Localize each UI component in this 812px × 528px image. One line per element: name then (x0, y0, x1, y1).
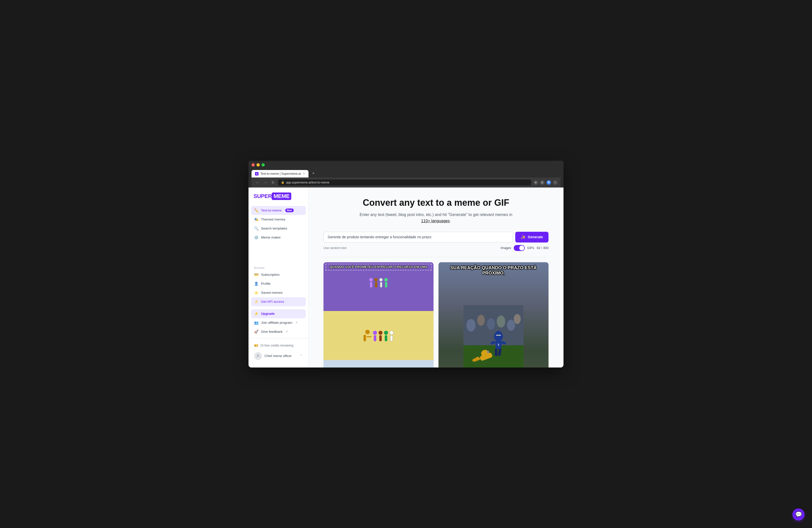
football-scene-svg: 5 (464, 305, 523, 367)
meme-card-1[interactable]: QUANDO VOCÊ PROMETEU ENTREGAR O RECURSO … (323, 262, 434, 367)
figure-green (384, 278, 388, 288)
svg-rect-7 (464, 345, 523, 367)
url-text: app.supermeme.ai/text-to-meme (286, 181, 329, 184)
credits-label: 15 free credits remaining (260, 344, 293, 347)
credits-count: 62 / 300 (537, 246, 549, 250)
credits-row: 🎫 15 free credits remaining (251, 341, 306, 350)
address-bar-row: ← → ↻ 🔒 app.supermeme.ai/text-to-meme ★ … (251, 177, 561, 188)
svg-point-15 (495, 331, 502, 337)
user-row[interactable]: Chief meme officer ⌃ (251, 350, 306, 363)
options-row: Use random text Images GIFs 62 / 300 (323, 245, 549, 251)
external-link-icon: ↗ (295, 321, 298, 324)
give-feedback-icon: 🚀 (254, 329, 259, 334)
meme1-bot-panel: SEMANA E SUA EQUIPE NÃO RESPONDE AS MENS… (323, 360, 434, 367)
svg-point-13 (514, 314, 521, 324)
logo-area: SUPER MEME (248, 192, 308, 205)
sidebar-item-subscription[interactable]: 💳 Subscription (251, 270, 306, 279)
generate-button-icon: ✨ (521, 235, 526, 239)
toggle-knob (519, 246, 524, 250)
profile-avatar-icon[interactable]: B (547, 180, 551, 185)
meme-card-2[interactable]: SUA REAÇÃO QUANDO O PRAZO ESTÁ PRÓXIMO, (438, 262, 549, 367)
generate-button[interactable]: ✨ Generate (515, 232, 549, 243)
sidebar-item-give-feedback[interactable]: 🚀 Give feedback ↗ (251, 327, 306, 336)
nav-section: ✏️ Text-to-meme New 🎭 Themed memes 🔍 Sea… (248, 205, 308, 263)
use-random-link[interactable]: Use random text (323, 246, 347, 250)
maximize-traffic-light[interactable] (261, 163, 265, 166)
svg-point-12 (507, 320, 515, 331)
meme-grid: QUANDO VOCÊ PROMETEU ENTREGAR O RECURSO … (323, 257, 549, 367)
close-traffic-light[interactable] (251, 163, 255, 166)
upgrade-section: ⚡ Upgrade 👥 Join affiliate program ↗ 🚀 G… (248, 307, 308, 338)
figure-green2 (384, 331, 388, 341)
api-access-icon: ⚡ (254, 299, 259, 304)
meme1-panels: QUANDO VOCÊ PROMETEU ENTREGAR O RECURSO … (323, 262, 434, 367)
languages-link[interactable]: 110+ languages (421, 219, 450, 223)
sidebar: SUPER MEME ✏️ Text-to-meme New 🎭 Themed … (248, 188, 308, 367)
credits-icon: 🎫 (254, 343, 258, 348)
extensions-icon[interactable]: ⊞ (540, 180, 545, 185)
saved-memes-icon: ⭐ (254, 291, 259, 295)
logo-super: SUPER (253, 193, 272, 200)
football-meme: SUA REAÇÃO QUANDO O PRAZO ESTÁ PRÓXIMO, (438, 262, 549, 367)
meme-text-input[interactable] (323, 232, 513, 243)
tab-close-button[interactable]: ✕ (303, 172, 305, 175)
football-action-area: 5 (438, 278, 549, 367)
figure-white (379, 278, 383, 288)
sidebar-item-saved-memes[interactable]: ⭐ Saved memes (251, 288, 306, 297)
meme1-top-text: QUANDO VOCÊ PROMETEU ENTREGAR O RECURSO … (325, 264, 432, 270)
new-tab-button[interactable]: + (309, 169, 317, 177)
traffic-lights (251, 163, 561, 166)
profile-icon: 👤 (254, 281, 259, 286)
images-gifs-toggle[interactable] (514, 245, 525, 251)
back-button[interactable]: ← (255, 180, 260, 185)
tab-favicon: S (255, 172, 259, 176)
svg-point-8 (466, 319, 476, 332)
feedback-external-icon: ↗ (286, 330, 288, 333)
active-tab[interactable]: S Text-to-meme | Supermeme.ai ✕ (251, 170, 308, 177)
sidebar-item-upgrade[interactable]: ⚡ Upgrade (251, 309, 306, 318)
sidebar-item-join-affiliate[interactable]: 👥 Join affiliate program ↗ (251, 318, 306, 327)
logo: SUPER MEME (253, 192, 303, 200)
forward-button[interactable]: → (262, 180, 268, 185)
sidebar-item-meme-maker-label: Meme maker (261, 235, 281, 239)
user-name: Chief meme officer (264, 354, 292, 358)
bookmark-icon[interactable]: ★ (534, 180, 538, 185)
minimize-traffic-light[interactable] (257, 163, 260, 166)
meme1-mid-panel (323, 311, 434, 360)
meme-image-2: SUA REAÇÃO QUANDO O PRAZO ESTÁ PRÓXIMO, (438, 262, 549, 367)
meme1-top-panel: QUANDO VOCÊ PROMETEU ENTREGAR O RECURSO … (323, 262, 434, 311)
menu-icon[interactable]: ⋮ (553, 180, 557, 185)
address-bar[interactable]: 🔒 app.supermeme.ai/text-to-meme (278, 179, 531, 186)
svg-point-0 (257, 354, 259, 356)
sidebar-item-profile[interactable]: 👤 Profile (251, 279, 306, 288)
figure-brown2 (378, 331, 382, 341)
svg-text:5: 5 (498, 343, 499, 346)
sidebar-item-text-to-meme[interactable]: ✏️ Text-to-meme New (251, 206, 306, 215)
toggle-images-label: Images (501, 246, 511, 250)
sidebar-item-meme-maker[interactable]: ⚙️ Meme maker (251, 233, 306, 242)
chat-bubble[interactable]: 💬 (793, 509, 804, 520)
user-chevron-icon: ⌃ (300, 354, 303, 358)
sidebar-item-search-templates[interactable]: 🔍 Search templates (251, 224, 306, 233)
sidebar-item-api-access-label: Get API access (261, 300, 284, 304)
sidebar-item-subscription-label: Subscription (261, 273, 279, 277)
themed-memes-icon: 🎭 (254, 217, 259, 222)
sidebar-bottom: 🎫 15 free credits remaining Chief meme o… (248, 338, 308, 363)
sidebar-item-themed-memes[interactable]: 🎭 Themed memes (251, 215, 306, 224)
account-section: Account 💳 Subscription 👤 Profile ⭐ Saved… (248, 263, 308, 307)
give-feedback-label: Give feedback (261, 330, 282, 334)
sidebar-item-themed-memes-label: Themed memes (261, 218, 286, 221)
toggle-area: Images GIFs 62 / 300 (501, 245, 549, 251)
page-title: Convert any text to a meme or GIF (323, 197, 549, 208)
upgrade-icon: ⚡ (254, 311, 259, 316)
toggle-gifs-label: GIFs (527, 246, 534, 250)
account-label: Account (251, 266, 306, 269)
sidebar-item-api-access[interactable]: ⚡ Get API access (251, 297, 306, 306)
reload-button[interactable]: ↻ (271, 180, 276, 185)
logo-meme: MEME (272, 192, 291, 200)
new-badge: New (285, 208, 294, 212)
sidebar-item-text-to-meme-label: Text-to-meme (261, 208, 282, 212)
browser-chrome: S Text-to-meme | Supermeme.ai ✕ + ← → ↻ … (248, 161, 564, 188)
toolbar-icons: ★ ⊞ B ⋮ (534, 180, 557, 185)
user-avatar (254, 352, 262, 360)
